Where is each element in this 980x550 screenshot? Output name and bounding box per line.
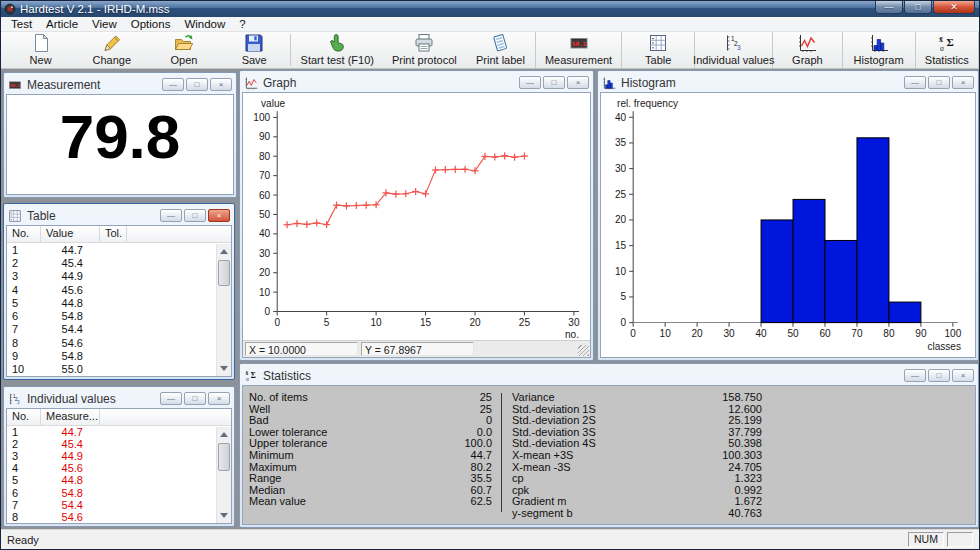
- scrollbar-track[interactable]: [217, 259, 231, 361]
- menu-help[interactable]: ?: [232, 18, 252, 30]
- individual-values-row[interactable]: 654.8: [7, 486, 231, 498]
- histogram-window-icon: [602, 76, 617, 90]
- toolbar-change-button[interactable]: Change: [75, 32, 148, 68]
- menu-options[interactable]: Options: [124, 18, 178, 30]
- table-row[interactable]: 654.8: [7, 309, 231, 322]
- statistics-divider: [501, 393, 502, 512]
- scrollbar-track[interactable]: [217, 442, 231, 508]
- resize-grip[interactable]: [578, 345, 589, 356]
- toolbar-open-button[interactable]: Open: [148, 32, 219, 68]
- table-close-button[interactable]: ×: [208, 209, 230, 222]
- svg-text:40: 40: [615, 112, 627, 123]
- individual-values-row[interactable]: 754.4: [7, 499, 231, 511]
- histogram-window: Histogram —□× 05101520253035400102030405…: [597, 70, 979, 361]
- app-titlebar[interactable]: Hardtest V 2.1 - IRHD-M.mss — □ ✕: [1, 1, 979, 17]
- table-scrollbar[interactable]: [216, 244, 231, 376]
- graph-window-titlebar[interactable]: Graph —□×: [242, 73, 591, 92]
- window-close-button[interactable]: ✕: [933, 1, 975, 14]
- table-cell-value: 54.8: [41, 310, 83, 322]
- graph-plot[interactable]: 0102030405060708090100051015202530valuen…: [243, 93, 590, 340]
- measurement-maximize-button[interactable]: □: [186, 78, 208, 91]
- toolbar-individual-values-label: Individual values: [693, 54, 774, 66]
- individual-values-row[interactable]: 245.4: [7, 438, 231, 450]
- statistics-minimize-button[interactable]: —: [904, 369, 926, 382]
- svg-text:60: 60: [259, 190, 271, 201]
- individual-values-row[interactable]: 344.9: [7, 450, 231, 462]
- menu-test[interactable]: Test: [4, 18, 39, 30]
- individual-values-column-header[interactable]: No.: [7, 409, 41, 425]
- table-row[interactable]: 544.8: [7, 296, 231, 309]
- menu-view[interactable]: View: [85, 18, 124, 30]
- statistics-window-titlebar[interactable]: x̄Σσ Statistics —□×: [242, 366, 976, 385]
- table-column-header[interactable]: Tol.: [100, 226, 127, 242]
- statistics-maximize-button[interactable]: □: [928, 369, 950, 382]
- triangle-down-icon: [220, 513, 228, 518]
- svg-text:3: 3: [737, 44, 741, 51]
- toolbar-histogram-button[interactable]: Histogram: [843, 32, 916, 68]
- individual-values-row[interactable]: 445.6: [7, 462, 231, 474]
- table-row[interactable]: 854.6: [7, 336, 231, 349]
- individual-values-row[interactable]: 854.6: [7, 511, 231, 523]
- individual-close-button[interactable]: ×: [208, 392, 230, 405]
- menu-article[interactable]: Article: [39, 18, 85, 30]
- svg-text:no.: no.: [565, 329, 579, 340]
- table-row[interactable]: 245.4: [7, 256, 231, 269]
- table-row[interactable]: 954.8: [7, 349, 231, 362]
- graph-maximize-button[interactable]: □: [543, 76, 565, 89]
- svg-text:80: 80: [259, 151, 271, 162]
- table-window-titlebar[interactable]: Table —□×: [6, 206, 232, 225]
- table-row[interactable]: 445.6: [7, 283, 231, 296]
- individual-minimize-button[interactable]: —: [160, 392, 182, 405]
- toolbar-table-button[interactable]: Table: [622, 32, 695, 68]
- histogram-window-titlebar[interactable]: Histogram —□×: [600, 73, 976, 92]
- table-row[interactable]: 344.9: [7, 270, 231, 283]
- measurement-window-titlebar[interactable]: 50.1 Measurement —□×: [6, 75, 234, 94]
- toolbar-measurement-button[interactable]: 50.1Measurement: [535, 32, 622, 68]
- toolbar-new-button[interactable]: New: [6, 32, 75, 68]
- individual-maximize-button[interactable]: □: [184, 392, 206, 405]
- histogram-minimize-button[interactable]: —: [904, 76, 926, 89]
- status-text: Ready: [7, 534, 39, 546]
- graph-close-button[interactable]: ×: [567, 76, 589, 89]
- table-row[interactable]: 144.7: [7, 243, 231, 256]
- table-row[interactable]: 1055.0: [7, 363, 231, 376]
- measurement-close-button[interactable]: ×: [210, 78, 232, 91]
- individual-values-row[interactable]: 544.8: [7, 474, 231, 486]
- histogram-maximize-button[interactable]: □: [928, 76, 950, 89]
- toolbar-print-protocol-button[interactable]: Print protocol: [383, 32, 466, 68]
- table-maximize-button[interactable]: □: [184, 209, 206, 222]
- toolbar-start-test-button[interactable]: Start test (F10): [292, 32, 383, 68]
- individual-values-column-header[interactable]: Measure...: [41, 409, 100, 425]
- svg-text:90: 90: [915, 328, 927, 339]
- graph-minimize-button[interactable]: —: [519, 76, 541, 89]
- window-minimize-button[interactable]: —: [875, 1, 903, 14]
- window-maximize-button[interactable]: □: [904, 1, 932, 14]
- svg-text:20: 20: [692, 328, 704, 339]
- individual-values-window-body: No.Measure...144.7245.4344.9445.6544.865…: [6, 408, 232, 524]
- table-row[interactable]: 754.4: [7, 323, 231, 336]
- individual-values-row[interactable]: 144.7: [7, 426, 231, 438]
- svg-text:20: 20: [615, 214, 627, 225]
- table-column-header[interactable]: No.: [7, 226, 41, 242]
- scroll-up-button[interactable]: [217, 244, 231, 259]
- toolbar-individual-values-button[interactable]: 123Individual values: [695, 32, 773, 68]
- measurement-minimize-button[interactable]: —: [162, 78, 184, 91]
- scroll-down-button[interactable]: [217, 508, 231, 523]
- scroll-down-button[interactable]: [217, 361, 231, 376]
- scroll-up-button[interactable]: [217, 427, 231, 442]
- toolbar-open-label: Open: [171, 54, 198, 66]
- toolbar-graph-button[interactable]: Graph: [773, 32, 842, 68]
- table-column-header[interactable]: Value: [41, 226, 100, 242]
- individual-values-scrollbar[interactable]: [216, 427, 231, 523]
- toolbar-save-button[interactable]: Save: [220, 32, 289, 68]
- table-cell-no: 10: [7, 363, 41, 375]
- scrollbar-thumb[interactable]: [218, 443, 230, 471]
- statistics-close-button[interactable]: ×: [952, 369, 974, 382]
- menu-window[interactable]: Window: [177, 18, 232, 30]
- toolbar-statistics-button[interactable]: x̄ΣσStatistics: [916, 32, 979, 68]
- scrollbar-thumb[interactable]: [218, 260, 230, 286]
- individual-values-window-titlebar[interactable]: 123 Individual values —□×: [6, 389, 232, 408]
- table-minimize-button[interactable]: —: [160, 209, 182, 222]
- histogram-close-button[interactable]: ×: [952, 76, 974, 89]
- toolbar-print-label-button[interactable]: Print label: [466, 32, 535, 68]
